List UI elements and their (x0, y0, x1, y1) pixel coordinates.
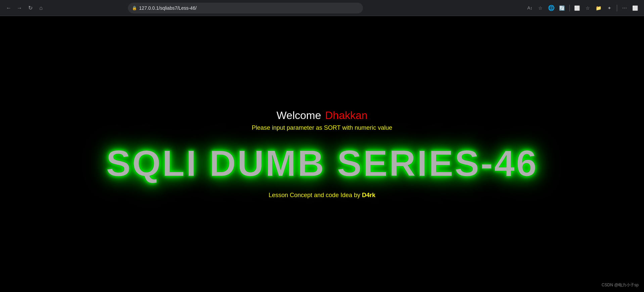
welcome-line: Welcome Dhakkan (252, 109, 393, 122)
more-button[interactable]: ⋯ (620, 3, 629, 13)
tab-groups-icon: ⬜ (574, 5, 580, 11)
big-title-container: SQLI DUMB SERIES-46 (106, 145, 538, 182)
divider-2 (617, 5, 617, 11)
address-bar-container: 🔒 127.0.0.1/sqliabs7/Less-46/ (128, 3, 363, 13)
lesson-text: Lesson Concept and code Idea by D4rk (269, 192, 375, 198)
lock-icon: 🔒 (132, 6, 137, 10)
favorites-bar-icon: ☆ (586, 5, 590, 11)
edge-icon-button[interactable]: 🌐 (547, 3, 556, 13)
welcome-section: Welcome Dhakkan Please input parameter a… (252, 109, 393, 131)
footer-watermark: CSDN @电力小子sp (602, 282, 639, 288)
read-mode-button[interactable]: A↕ (525, 3, 535, 13)
home-button[interactable]: ⌂ (36, 3, 46, 13)
browser-chrome: ← → ↻ ⌂ 🔒 127.0.0.1/sqliabs7/Less-46/ A↕… (0, 0, 644, 16)
refresh-button[interactable]: 🔄 (557, 3, 567, 13)
favorites-bar-button[interactable]: ☆ (583, 3, 593, 13)
favorites-button[interactable]: ☆ (536, 3, 545, 13)
read-mode-icon: A↕ (527, 5, 532, 10)
back-icon: ← (6, 5, 11, 11)
author-name: D4rk (362, 192, 375, 198)
divider-1 (569, 5, 570, 11)
forward-button[interactable]: → (15, 3, 24, 13)
home-icon: ⌂ (39, 5, 43, 11)
more-icon: ⋯ (622, 5, 627, 11)
main-content: Welcome Dhakkan Please input parameter a… (0, 16, 644, 292)
address-bar[interactable]: 🔒 127.0.0.1/sqliabs7/Less-46/ (128, 3, 363, 13)
lesson-credit: Lesson Concept and code Idea by D4rk (269, 192, 375, 199)
welcome-text: Welcome (276, 109, 321, 122)
back-button[interactable]: ← (4, 3, 13, 13)
star-icon: ☆ (538, 5, 543, 11)
tab-groups-button[interactable]: ⬜ (572, 3, 582, 13)
collections-icon: 📁 (596, 5, 601, 11)
copilot-icon: ✦ (607, 5, 611, 11)
collections-button[interactable]: 📁 (594, 3, 603, 13)
reload-icon: ↻ (28, 5, 33, 11)
subtitle-line: Please input parameter as SORT with nume… (252, 124, 393, 131)
forward-icon: → (17, 5, 22, 11)
screenshot-button[interactable]: ⬜ (631, 3, 640, 13)
subtitle-text: Please input parameter as SORT with nume… (252, 124, 393, 131)
copilot-button[interactable]: ✦ (605, 3, 614, 13)
lesson-prefix: Lesson Concept and code Idea by (269, 192, 362, 198)
browser-actions: A↕ ☆ 🌐 🔄 ⬜ ☆ 📁 ✦ ⋯ ⬜ (525, 3, 640, 13)
refresh-icon: 🔄 (559, 5, 565, 11)
reload-button[interactable]: ↻ (26, 3, 35, 13)
big-title: SQLI DUMB SERIES-46 (106, 145, 538, 182)
url-text: 127.0.0.1/sqliabs7/Less-46/ (139, 5, 196, 11)
screenshot-icon: ⬜ (632, 5, 638, 11)
edge-logo-icon: 🌐 (548, 5, 555, 11)
nav-buttons: ← → ↻ ⌂ (4, 3, 46, 13)
dhakkan-text: Dhakkan (325, 109, 367, 122)
watermark-text: CSDN @电力小子sp (602, 283, 639, 287)
